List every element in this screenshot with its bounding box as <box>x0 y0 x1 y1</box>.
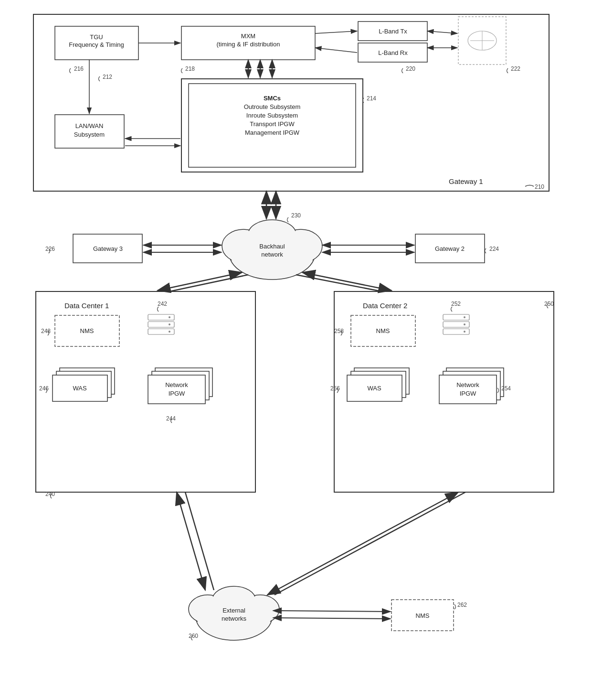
ref-256: 256 <box>330 385 340 392</box>
arrow-lband-satellite <box>427 31 457 33</box>
arrow-dc2-extnet-2 <box>275 492 465 595</box>
smcs-label-5: Management IPGW <box>245 129 300 136</box>
smcs-label-2: Outroute Subsystem <box>244 103 301 110</box>
ref-230: 230 <box>291 212 301 219</box>
ref-218: 218 <box>185 65 195 72</box>
ref-246: 246 <box>39 385 49 392</box>
ref-212: 212 <box>103 74 112 80</box>
ref-258: 258 <box>334 328 344 334</box>
ref-250: 250 <box>544 301 554 307</box>
datacenter2-label: Data Center 2 <box>363 302 407 310</box>
ref-226: 226 <box>45 246 55 252</box>
nms-external-label: NMS <box>416 612 430 619</box>
ref-242: 242 <box>158 301 167 307</box>
ref-222: 222 <box>511 65 520 72</box>
nipgw2-label-1: Network <box>456 381 479 388</box>
lband-rx-label: L-Band Rx <box>378 49 408 56</box>
smcs-label-1: SMCs <box>264 95 281 102</box>
arrow-extnet-nms <box>273 611 391 612</box>
ref-248: 248 <box>41 328 51 334</box>
arrow-dc2-extnet <box>267 492 458 595</box>
lband-tx-label: L-Band Tx <box>379 28 407 35</box>
svg-point-17 <box>169 316 170 318</box>
arrow-backhaul-dc1 <box>158 272 242 291</box>
arrow-backhaul-dc1-2 <box>169 275 248 291</box>
arrow-backhaul-dc2 <box>302 272 391 291</box>
mxm-label-2: (timing & IF distribution <box>217 41 280 48</box>
backhaul-label-2: network <box>261 251 283 258</box>
svg-point-25 <box>464 331 465 333</box>
was2-label: WAS <box>367 385 381 392</box>
ref-214: 214 <box>367 95 376 102</box>
smcs-label-3: Inroute Subsystem <box>246 112 298 119</box>
svg-point-18 <box>169 323 170 325</box>
arrow-dc1-extnet-2 <box>185 492 214 590</box>
ref-260: 260 <box>189 633 198 639</box>
gateway1-label: Gateway 1 <box>449 177 483 185</box>
gateway3-label: Gateway 3 <box>93 245 123 252</box>
svg-point-19 <box>169 331 170 333</box>
arrow-dc1-extnet <box>177 492 205 590</box>
lanwan-label-2: Subsystem <box>74 131 105 138</box>
tgu-label-2: Frequency & Timing <box>69 41 124 48</box>
diagram-container: Gateway 1 210 TGU Frequency & Timing 216… <box>0 0 592 700</box>
backhaul-label-1: Backhaul <box>259 243 285 250</box>
nms2-label: NMS <box>376 327 390 334</box>
ref-210: 210 <box>535 183 544 190</box>
datacenter1-label: Data Center 1 <box>64 302 109 310</box>
mxm-label-1: MXM <box>241 32 255 40</box>
extnet-label-1: External <box>222 607 245 614</box>
nipgw2-label-2: IPGW <box>460 390 476 397</box>
ref-254: 254 <box>501 385 511 392</box>
svg-point-24 <box>464 323 465 325</box>
ref-252: 252 <box>451 301 461 307</box>
extnet-label-2: networks <box>222 615 247 622</box>
nipgw1-label-2: IPGW <box>169 390 185 397</box>
arrow-lbandrx-mxm <box>315 48 357 53</box>
nipgw1-label-1: Network <box>165 381 188 388</box>
nms1-label: NMS <box>80 327 94 334</box>
ref-220: 220 <box>406 65 415 72</box>
arrow-mxm-lbandtx <box>315 31 357 33</box>
svg-point-23 <box>464 316 465 318</box>
gateway2-label: Gateway 2 <box>435 245 465 252</box>
arrow-extnet-nms-2 <box>273 618 391 619</box>
ref-262: 262 <box>457 602 467 608</box>
was1-label: WAS <box>73 385 86 392</box>
nipgw1-box-front <box>148 375 205 404</box>
smcs-label-4: Transport IPGW <box>250 120 295 128</box>
ref-224: 224 <box>489 246 499 252</box>
arrow-backhaul-dc2-2 <box>296 275 382 291</box>
nipgw2-box-front <box>439 375 497 404</box>
lanwan-label-1: LAN/WAN <box>75 122 104 129</box>
tgu-label-1: TGU <box>90 33 103 41</box>
ref-216: 216 <box>74 65 84 72</box>
